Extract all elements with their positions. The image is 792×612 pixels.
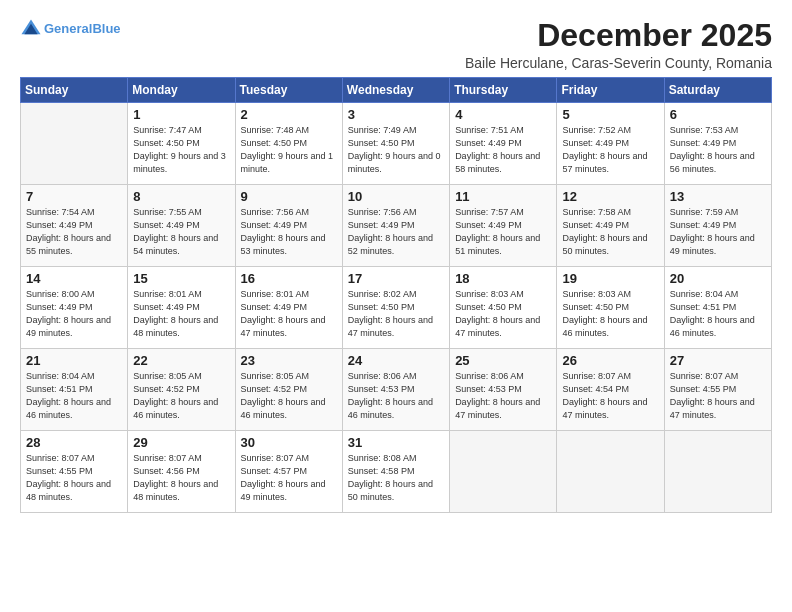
day-number: 13 [670, 189, 766, 204]
header-tuesday: Tuesday [235, 78, 342, 103]
day-info: Sunrise: 8:03 AMSunset: 4:50 PMDaylight:… [562, 288, 658, 340]
page: GeneralBlue December 2025 Baile Herculan… [0, 0, 792, 612]
day-info: Sunrise: 8:01 AMSunset: 4:49 PMDaylight:… [133, 288, 229, 340]
header: GeneralBlue December 2025 Baile Herculan… [20, 18, 772, 71]
day-number: 10 [348, 189, 444, 204]
day-number: 6 [670, 107, 766, 122]
table-cell: 8Sunrise: 7:55 AMSunset: 4:49 PMDaylight… [128, 185, 235, 267]
day-info: Sunrise: 8:08 AMSunset: 4:58 PMDaylight:… [348, 452, 444, 504]
table-cell: 11Sunrise: 7:57 AMSunset: 4:49 PMDayligh… [450, 185, 557, 267]
day-number: 31 [348, 435, 444, 450]
week-row-2: 7Sunrise: 7:54 AMSunset: 4:49 PMDaylight… [21, 185, 772, 267]
day-info: Sunrise: 7:47 AMSunset: 4:50 PMDaylight:… [133, 124, 229, 176]
table-cell: 9Sunrise: 7:56 AMSunset: 4:49 PMDaylight… [235, 185, 342, 267]
logo-icon [20, 18, 42, 40]
day-number: 15 [133, 271, 229, 286]
day-number: 19 [562, 271, 658, 286]
table-cell [450, 431, 557, 513]
month-title: December 2025 [465, 18, 772, 53]
day-number: 2 [241, 107, 337, 122]
day-number: 21 [26, 353, 122, 368]
header-sunday: Sunday [21, 78, 128, 103]
week-row-5: 28Sunrise: 8:07 AMSunset: 4:55 PMDayligh… [21, 431, 772, 513]
day-number: 3 [348, 107, 444, 122]
table-cell: 5Sunrise: 7:52 AMSunset: 4:49 PMDaylight… [557, 103, 664, 185]
table-cell: 19Sunrise: 8:03 AMSunset: 4:50 PMDayligh… [557, 267, 664, 349]
day-info: Sunrise: 8:04 AMSunset: 4:51 PMDaylight:… [26, 370, 122, 422]
week-row-3: 14Sunrise: 8:00 AMSunset: 4:49 PMDayligh… [21, 267, 772, 349]
day-number: 12 [562, 189, 658, 204]
day-info: Sunrise: 7:58 AMSunset: 4:49 PMDaylight:… [562, 206, 658, 258]
table-cell: 7Sunrise: 7:54 AMSunset: 4:49 PMDaylight… [21, 185, 128, 267]
day-number: 11 [455, 189, 551, 204]
header-friday: Friday [557, 78, 664, 103]
day-info: Sunrise: 8:05 AMSunset: 4:52 PMDaylight:… [241, 370, 337, 422]
day-number: 1 [133, 107, 229, 122]
day-info: Sunrise: 8:06 AMSunset: 4:53 PMDaylight:… [455, 370, 551, 422]
day-number: 26 [562, 353, 658, 368]
table-cell: 28Sunrise: 8:07 AMSunset: 4:55 PMDayligh… [21, 431, 128, 513]
header-monday: Monday [128, 78, 235, 103]
day-number: 9 [241, 189, 337, 204]
day-info: Sunrise: 8:07 AMSunset: 4:55 PMDaylight:… [670, 370, 766, 422]
day-info: Sunrise: 7:55 AMSunset: 4:49 PMDaylight:… [133, 206, 229, 258]
day-info: Sunrise: 7:59 AMSunset: 4:49 PMDaylight:… [670, 206, 766, 258]
day-number: 29 [133, 435, 229, 450]
day-number: 7 [26, 189, 122, 204]
day-info: Sunrise: 7:48 AMSunset: 4:50 PMDaylight:… [241, 124, 337, 176]
table-cell [557, 431, 664, 513]
day-info: Sunrise: 8:01 AMSunset: 4:49 PMDaylight:… [241, 288, 337, 340]
table-cell: 1Sunrise: 7:47 AMSunset: 4:50 PMDaylight… [128, 103, 235, 185]
day-info: Sunrise: 8:07 AMSunset: 4:56 PMDaylight:… [133, 452, 229, 504]
table-cell: 20Sunrise: 8:04 AMSunset: 4:51 PMDayligh… [664, 267, 771, 349]
day-number: 20 [670, 271, 766, 286]
day-number: 25 [455, 353, 551, 368]
table-cell: 13Sunrise: 7:59 AMSunset: 4:49 PMDayligh… [664, 185, 771, 267]
table-cell: 12Sunrise: 7:58 AMSunset: 4:49 PMDayligh… [557, 185, 664, 267]
week-row-1: 1Sunrise: 7:47 AMSunset: 4:50 PMDaylight… [21, 103, 772, 185]
day-number: 14 [26, 271, 122, 286]
day-number: 18 [455, 271, 551, 286]
day-number: 16 [241, 271, 337, 286]
table-cell: 31Sunrise: 8:08 AMSunset: 4:58 PMDayligh… [342, 431, 449, 513]
day-info: Sunrise: 7:53 AMSunset: 4:49 PMDaylight:… [670, 124, 766, 176]
table-cell: 21Sunrise: 8:04 AMSunset: 4:51 PMDayligh… [21, 349, 128, 431]
day-info: Sunrise: 7:51 AMSunset: 4:49 PMDaylight:… [455, 124, 551, 176]
header-wednesday: Wednesday [342, 78, 449, 103]
table-cell: 26Sunrise: 8:07 AMSunset: 4:54 PMDayligh… [557, 349, 664, 431]
calendar-table: Sunday Monday Tuesday Wednesday Thursday… [20, 77, 772, 513]
table-cell: 25Sunrise: 8:06 AMSunset: 4:53 PMDayligh… [450, 349, 557, 431]
day-number: 8 [133, 189, 229, 204]
day-info: Sunrise: 8:07 AMSunset: 4:54 PMDaylight:… [562, 370, 658, 422]
location-title: Baile Herculane, Caras-Severin County, R… [465, 55, 772, 71]
table-cell: 27Sunrise: 8:07 AMSunset: 4:55 PMDayligh… [664, 349, 771, 431]
day-info: Sunrise: 8:06 AMSunset: 4:53 PMDaylight:… [348, 370, 444, 422]
day-number: 22 [133, 353, 229, 368]
day-number: 24 [348, 353, 444, 368]
logo-text-line1: GeneralBlue [44, 22, 121, 36]
table-cell: 17Sunrise: 8:02 AMSunset: 4:50 PMDayligh… [342, 267, 449, 349]
logo: GeneralBlue [20, 18, 121, 40]
day-number: 27 [670, 353, 766, 368]
header-thursday: Thursday [450, 78, 557, 103]
table-cell: 10Sunrise: 7:56 AMSunset: 4:49 PMDayligh… [342, 185, 449, 267]
table-cell: 2Sunrise: 7:48 AMSunset: 4:50 PMDaylight… [235, 103, 342, 185]
title-block: December 2025 Baile Herculane, Caras-Sev… [465, 18, 772, 71]
day-number: 17 [348, 271, 444, 286]
week-row-4: 21Sunrise: 8:04 AMSunset: 4:51 PMDayligh… [21, 349, 772, 431]
day-info: Sunrise: 7:56 AMSunset: 4:49 PMDaylight:… [241, 206, 337, 258]
day-info: Sunrise: 8:02 AMSunset: 4:50 PMDaylight:… [348, 288, 444, 340]
day-info: Sunrise: 7:52 AMSunset: 4:49 PMDaylight:… [562, 124, 658, 176]
table-cell: 29Sunrise: 8:07 AMSunset: 4:56 PMDayligh… [128, 431, 235, 513]
day-info: Sunrise: 8:00 AMSunset: 4:49 PMDaylight:… [26, 288, 122, 340]
day-info: Sunrise: 7:57 AMSunset: 4:49 PMDaylight:… [455, 206, 551, 258]
day-number: 28 [26, 435, 122, 450]
day-info: Sunrise: 8:05 AMSunset: 4:52 PMDaylight:… [133, 370, 229, 422]
day-info: Sunrise: 8:07 AMSunset: 4:57 PMDaylight:… [241, 452, 337, 504]
day-number: 4 [455, 107, 551, 122]
table-cell [664, 431, 771, 513]
day-number: 30 [241, 435, 337, 450]
table-cell: 22Sunrise: 8:05 AMSunset: 4:52 PMDayligh… [128, 349, 235, 431]
table-cell: 24Sunrise: 8:06 AMSunset: 4:53 PMDayligh… [342, 349, 449, 431]
table-cell: 4Sunrise: 7:51 AMSunset: 4:49 PMDaylight… [450, 103, 557, 185]
